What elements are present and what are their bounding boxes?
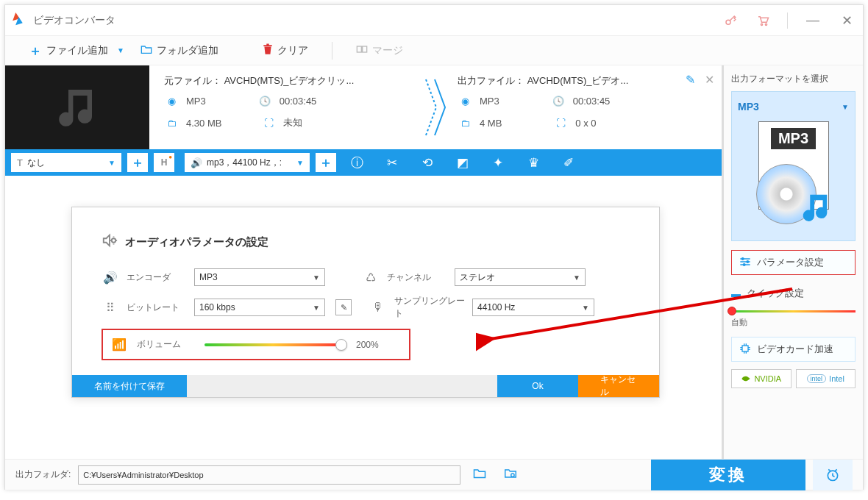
ok-button[interactable]: Ok (497, 375, 578, 397)
svg-point-8 (743, 263, 745, 265)
format-panel: 出力フォーマットを選択 MP3 ▼ MP3 パラメータ設定 (722, 65, 863, 459)
subtitle-select[interactable]: T なし ▼ (11, 153, 121, 172)
folder-icon (140, 44, 152, 57)
chip-icon (739, 343, 751, 357)
svg-point-1 (761, 24, 762, 25)
bitrate-edit-button[interactable]: ✎ (335, 299, 352, 315)
storage-icon: 🗀 (458, 118, 472, 129)
crop-button[interactable]: ◩ (448, 149, 477, 176)
svg-point-6 (741, 257, 744, 260)
edit-bar: T なし ▼ ＋ H● 🔊 mp3，44100 Hz，: ▼ ＋ ⓘ ✂ ⟲ ◩… (5, 149, 722, 176)
cancel-button[interactable]: キャンセル (578, 375, 659, 397)
format-badge: MP3 (771, 128, 816, 149)
speaker-icon: 🔊 (191, 157, 202, 168)
bitrate-icon: ⠿ (102, 301, 119, 315)
subtitle-h-button[interactable]: H● (154, 153, 174, 172)
parameter-settings-label: パラメータ設定 (757, 256, 824, 269)
output-info: 出力ファイル： AVCHD(MTS)_ビデオ... ◉MP3 🕓00:03:45… (450, 70, 714, 145)
subtitle-edit-button[interactable]: ✐ (554, 149, 583, 176)
intel-icon: intel (807, 374, 827, 383)
output-duration: 00:03:45 (573, 96, 611, 107)
storage-icon: 🗀 (164, 118, 179, 129)
add-file-dropdown[interactable]: ▼ (117, 46, 124, 54)
output-size: 4 MB (480, 118, 502, 129)
add-subtitle-button[interactable]: ＋ (127, 153, 148, 172)
parameter-settings-button[interactable]: パラメータ設定 (731, 250, 855, 275)
audio-select[interactable]: 🔊 mp3，44100 Hz，: ▼ (185, 153, 310, 172)
conversion-arrow (421, 70, 450, 145)
file-thumbnail[interactable] (5, 65, 149, 149)
watermark-button[interactable]: ♛ (519, 149, 548, 176)
output-folder-label: 出力フォルダ: (15, 468, 71, 481)
toolbar: ＋ ファイル追加 ▼ フォルダ追加 クリア マージ (5, 36, 863, 65)
quick-settings-label: クイック設定 (747, 287, 804, 300)
merge-button[interactable]: マージ (350, 41, 409, 60)
remove-file-button[interactable]: ✕ (705, 73, 714, 87)
format-card[interactable]: MP3 ▼ MP3 (731, 91, 855, 241)
quick-icon: ▬ (731, 288, 741, 299)
titlebar: ビデオコンバータ — ✕ (5, 5, 863, 36)
nvidia-chip[interactable]: NVIDIA (731, 369, 791, 388)
output-format: MP3 (480, 96, 499, 107)
add-folder-label: フォルダ追加 (157, 44, 218, 57)
save-as-button[interactable]: 名前を付けて保存 (72, 375, 187, 397)
clear-button[interactable]: クリア (257, 40, 314, 60)
gpu-accel-button[interactable]: ビデオカード加速 (731, 337, 855, 362)
browse-folder-button[interactable] (499, 468, 522, 482)
volume-label: ボリューム (137, 338, 197, 351)
slider-knob[interactable] (335, 339, 347, 351)
channel-icon: ♺ (362, 271, 380, 285)
audio-value: mp3，44100 Hz，: (207, 157, 282, 169)
effect-button[interactable]: ✦ (483, 149, 513, 176)
text-icon: T (17, 157, 23, 168)
plus-icon: ＋ (29, 42, 42, 60)
svg-point-7 (747, 260, 749, 262)
slider-knob[interactable] (728, 307, 736, 315)
svg-rect-4 (363, 46, 367, 52)
format-thumbnail: MP3 (753, 121, 834, 232)
channel-select[interactable]: ステレオ▼ (455, 268, 586, 286)
cart-icon[interactable] (755, 12, 771, 29)
add-file-button[interactable]: ＋ ファイル追加 (23, 39, 114, 63)
open-folder-button[interactable] (468, 468, 491, 482)
rotate-button[interactable]: ⟲ (413, 149, 442, 176)
music-note-icon (48, 78, 107, 137)
file-item: 元ファイル： AVCHD(MTS)_ビデオクリッ... ◉MP3 🕓00:03:… (5, 65, 722, 149)
source-size: 4.30 MB (186, 118, 221, 129)
convert-button[interactable]: 変換 (651, 460, 805, 490)
nvidia-icon (741, 374, 751, 383)
quick-settings-heading: ▬ クイック設定 (731, 287, 855, 300)
key-icon[interactable] (722, 12, 739, 29)
app-window: ビデオコンバータ — ✕ ＋ ファイル追加 ▼ フォルダ追加 (4, 4, 864, 490)
quick-slider[interactable] (731, 310, 855, 312)
intel-chip[interactable]: intel Intel (796, 369, 856, 388)
add-audio-button[interactable]: ＋ (316, 153, 336, 172)
svg-point-5 (112, 238, 116, 243)
info-button[interactable]: ⓘ (342, 149, 371, 176)
source-resolution: 未知 (283, 116, 302, 129)
volume-value: 200% (356, 340, 379, 350)
main-panel: 元ファイル： AVCHD(MTS)_ビデオクリッ... ◉MP3 🕓00:03:… (5, 65, 722, 459)
titlebar-actions: — ✕ (722, 12, 855, 29)
minimize-button[interactable]: — (804, 12, 822, 28)
volume-slider[interactable] (204, 343, 341, 346)
samplerate-select[interactable]: 44100 Hz▼ (472, 299, 594, 316)
svg-point-10 (511, 474, 514, 476)
bitrate-select[interactable]: 160 kbps▼ (194, 299, 325, 316)
merge-icon (356, 44, 368, 57)
schedule-button[interactable] (813, 460, 853, 490)
add-folder-button[interactable]: フォルダ追加 (135, 41, 224, 60)
dialog-title: オーディオパラメータの設定 (125, 235, 268, 249)
resolution-icon: ⛶ (553, 118, 568, 129)
add-file-label: ファイル追加 (46, 44, 108, 57)
close-button[interactable]: ✕ (838, 12, 855, 29)
output-label: 出力ファイル： (458, 75, 524, 86)
edit-output-button[interactable]: ✎ (686, 73, 695, 87)
gpu-accel-label: ビデオカード加速 (757, 343, 833, 356)
volume-icon: 📶 (112, 338, 129, 351)
cut-button[interactable]: ✂ (377, 149, 407, 176)
encoder-select[interactable]: MP3▼ (194, 268, 325, 286)
merge-label: マージ (372, 44, 403, 57)
output-folder-path[interactable]: C:¥Users¥Administrator¥Desktop (78, 465, 460, 485)
sliders-icon (739, 257, 751, 269)
